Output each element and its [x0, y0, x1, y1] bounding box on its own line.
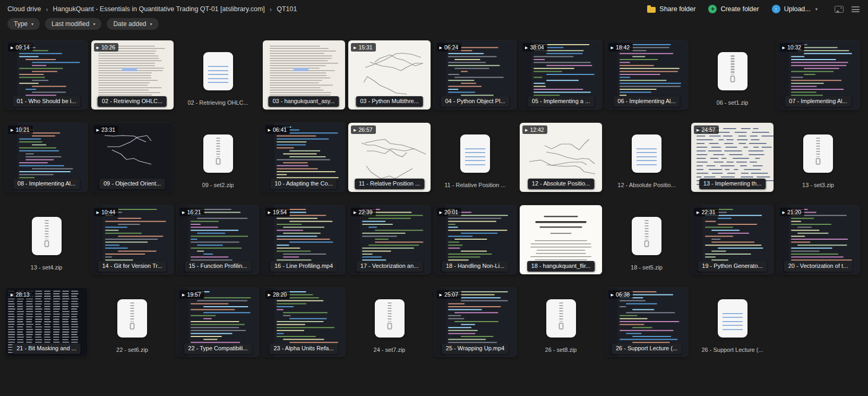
- duration-text: 26:57: [358, 127, 372, 133]
- duration-text: 16:21: [187, 209, 201, 215]
- zipper-pull: [44, 240, 49, 247]
- play-icon: ▶: [11, 293, 13, 297]
- file-card[interactable]: 18 - hangukquant_flir...: [520, 205, 602, 274]
- file-card[interactable]: ▶06:24 04 - Python Object Pl...: [434, 40, 517, 109]
- document-lines: [637, 148, 657, 166]
- file-card[interactable]: 13 - set4.zip: [5, 205, 88, 274]
- play-icon: ▶: [697, 210, 699, 214]
- filter-type[interactable]: Type ▾: [7, 18, 40, 30]
- file-card[interactable]: ▶10:26 02 - Retrieving OHLC...: [91, 40, 174, 109]
- file-card[interactable]: ▶24:57 13 - Implementing th...: [691, 123, 774, 192]
- document-file-icon: [632, 134, 661, 173]
- file-card[interactable]: 18 - set5.zip: [606, 205, 688, 274]
- play-icon: ▶: [783, 210, 785, 214]
- grid-view-button[interactable]: [835, 6, 844, 13]
- file-name: 22 - Type Compatibili...: [184, 343, 252, 354]
- zipper-teeth: [216, 138, 220, 157]
- zipper-pull: [730, 75, 735, 82]
- filter-date-added[interactable]: Date added ▾: [107, 18, 158, 30]
- file-card[interactable]: ▶10:21 08 - Implementing Al...: [5, 123, 88, 192]
- document-lines: [465, 148, 485, 166]
- file-card[interactable]: 22 - set6.zip: [91, 288, 174, 357]
- filter-date-added-label: Date added: [113, 20, 146, 28]
- duration-text: 12:42: [530, 127, 544, 133]
- file-card[interactable]: 12 - Absolute Positio...: [606, 123, 688, 192]
- duration-badge: ▶24:57: [694, 125, 719, 134]
- duration-text: 22:31: [701, 209, 715, 215]
- upload-label: Upload...: [784, 5, 811, 13]
- chevron-down-icon: ▾: [815, 6, 818, 12]
- file-card[interactable]: ▶18:42 06 - Implementing Al...: [606, 40, 688, 109]
- view-toggles: [835, 6, 860, 13]
- file-card[interactable]: 02 - Retrieving OHLC...: [177, 40, 259, 109]
- file-name: 09 - set2.zip: [202, 182, 234, 189]
- breadcrumb-item-folder[interactable]: HangukQuant - Essentials in Quantitative…: [53, 5, 265, 13]
- duration-text: 25:07: [444, 291, 458, 298]
- breadcrumb-item-current[interactable]: QT101: [277, 5, 297, 13]
- file-name: 22 - set6.zip: [116, 347, 148, 354]
- file-card[interactable]: ▶10:32 07 - Implementing Al...: [777, 40, 860, 109]
- file-name: 12 - Absolute Positio...: [528, 179, 594, 189]
- duration-text: 22:39: [358, 209, 372, 215]
- file-name: 03 - Python Multithre...: [356, 96, 423, 107]
- play-icon: ▶: [611, 293, 614, 297]
- file-card[interactable]: ▶09:14 01 - Who Should be i...: [5, 40, 88, 109]
- play-icon: ▶: [11, 46, 13, 49]
- file-card[interactable]: ▶28:20 23 - Alpha Units Refa...: [263, 288, 345, 357]
- file-card[interactable]: ▶22:31 19 - Python Generato...: [691, 205, 774, 274]
- file-card[interactable]: ▶19:54 16 - Line Profiling.mp4: [263, 205, 345, 274]
- file-name: 18 - set5.zip: [631, 264, 663, 272]
- file-name: 08 - Implementing Al...: [13, 179, 80, 189]
- zipper-pull: [387, 323, 392, 330]
- file-card[interactable]: ▶10:44 14 - Git for Version Tr...: [91, 205, 174, 274]
- file-card[interactable]: 11 - Relative Position ...: [434, 123, 517, 192]
- file-card[interactable]: ▶21:20 20 - Vectorization of t...: [777, 205, 860, 274]
- duration-text: 19:54: [273, 209, 287, 215]
- file-card[interactable]: ▶12:42 12 - Absolute Positio...: [520, 123, 602, 192]
- create-folder-button[interactable]: + Create folder: [708, 5, 759, 13]
- chevron-down-icon: ▾: [150, 22, 152, 27]
- file-card[interactable]: 26 - Support Lecture (...: [691, 288, 774, 357]
- file-card[interactable]: ▶15:31 03 - Python Multithre...: [348, 40, 431, 109]
- file-card[interactable]: ▶19:57 22 - Type Compatibili...: [177, 288, 259, 357]
- chevron-down-icon: ▾: [93, 22, 95, 27]
- upload-button[interactable]: ↑ Upload... ▾: [772, 5, 818, 13]
- file-card[interactable]: ▶23:31 09 - Objected Orient...: [91, 123, 174, 192]
- zipper-pull: [644, 240, 649, 247]
- duration-badge: ▶26:57: [351, 125, 376, 134]
- file-card[interactable]: ▶28:13 21 - Bit Masking and ...: [5, 288, 88, 357]
- file-card[interactable]: 13 - set3.zip: [777, 123, 860, 192]
- file-card[interactable]: ▶22:39 17 - Vectorization an...: [348, 205, 431, 274]
- breadcrumb-item-root[interactable]: Cloud drive: [7, 5, 41, 13]
- list-view-button[interactable]: [852, 6, 860, 12]
- file-card[interactable]: 06 - set1.zip: [691, 40, 774, 109]
- file-name: 15 - Function Profilin...: [184, 261, 251, 272]
- share-folder-button[interactable]: Share folder: [647, 5, 695, 13]
- duration-badge: ▶10:21: [8, 125, 33, 134]
- file-card[interactable]: 24 - set7.zip: [348, 288, 431, 357]
- file-card[interactable]: ▶16:21 15 - Function Profilin...: [177, 205, 259, 274]
- zip-file-icon: [375, 299, 405, 338]
- file-card[interactable]: ▶38:04 05 - Implementing a ...: [520, 40, 602, 109]
- file-card[interactable]: 03 - hangukquant_asy...: [263, 40, 345, 109]
- duration-text: 06:38: [616, 291, 630, 298]
- document-file-icon: [203, 52, 233, 90]
- file-card[interactable]: ▶26:57 11 - Relative Position ...: [348, 123, 431, 192]
- file-card[interactable]: ▶06:41 10 - Adapting the Co...: [263, 123, 345, 192]
- duration-text: 21:20: [787, 209, 801, 215]
- duration-text: 10:44: [101, 209, 115, 215]
- zipper-pull: [816, 158, 821, 165]
- file-card[interactable]: ▶20:01 18 - Handling Non-Li...: [434, 205, 517, 274]
- filter-last-modified[interactable]: Last modified ▾: [45, 18, 101, 30]
- file-card[interactable]: ▶25:07 25 - Wrapping Up.mp4: [434, 288, 517, 357]
- zip-file-icon: [632, 217, 661, 255]
- duration-badge: ▶18:42: [608, 43, 633, 52]
- file-card[interactable]: 09 - set2.zip: [177, 123, 259, 192]
- file-name: 23 - Alpha Units Refa...: [269, 343, 338, 354]
- file-card[interactable]: 26 - set8.zip: [520, 288, 602, 357]
- file-name: 26 - Support Lecture (...: [701, 347, 763, 354]
- play-icon: ▶: [97, 210, 99, 214]
- filter-last-modified-label: Last modified: [51, 20, 89, 28]
- zipper-pull: [130, 323, 135, 330]
- file-card[interactable]: ▶06:38 26 - Support Lecture (...: [606, 288, 688, 357]
